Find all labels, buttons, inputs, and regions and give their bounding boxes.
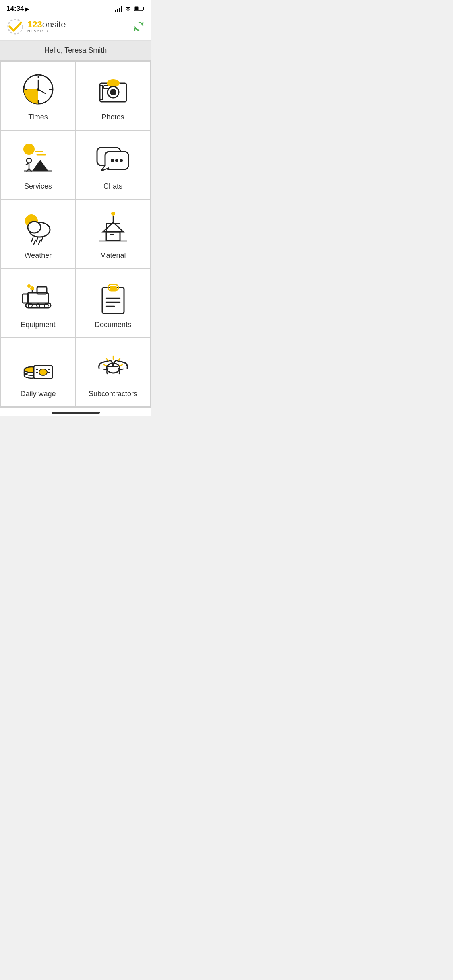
- subcontractors-icon: [95, 348, 131, 384]
- svg-line-36: [31, 238, 33, 242]
- documents-icon: [95, 279, 131, 315]
- refresh-button[interactable]: [133, 21, 145, 33]
- logo-subtitle: NEVARIS: [27, 29, 66, 33]
- svg-point-18: [23, 144, 35, 155]
- svg-rect-47: [106, 232, 120, 241]
- svg-point-30: [111, 159, 114, 162]
- svg-rect-17: [104, 86, 108, 89]
- refresh-icon: [133, 21, 145, 32]
- svg-point-52: [30, 286, 34, 290]
- svg-point-11: [37, 88, 39, 91]
- grid-item-equipment[interactable]: Equipment: [1, 269, 75, 337]
- grid-item-documents[interactable]: Documents: [76, 269, 150, 337]
- grid-item-chats[interactable]: Chats: [76, 131, 150, 199]
- svg-rect-60: [102, 288, 124, 313]
- grid-item-daily-wage[interactable]: Daily wage: [1, 338, 75, 406]
- svg-line-82: [120, 365, 122, 366]
- material-label: Material: [100, 251, 126, 260]
- daily-wage-label: Daily wage: [20, 390, 56, 398]
- logo-name: 123onsite: [27, 20, 66, 29]
- svg-point-16: [110, 89, 116, 95]
- wifi-icon: [124, 6, 132, 12]
- grid-item-services[interactable]: Services: [1, 131, 75, 199]
- svg-line-86: [120, 369, 123, 370]
- svg-line-38: [41, 238, 43, 242]
- weather-icon: [20, 210, 56, 246]
- services-icon: [20, 140, 56, 177]
- svg-point-53: [27, 284, 31, 288]
- grid-item-material[interactable]: Material: [76, 200, 150, 268]
- svg-point-32: [120, 159, 123, 162]
- photos-icon: [95, 71, 131, 107]
- photos-label: Photos: [101, 113, 124, 121]
- svg-line-85: [103, 369, 106, 370]
- chats-label: Chats: [103, 182, 122, 191]
- svg-rect-48: [110, 235, 114, 241]
- svg-point-23: [27, 158, 31, 163]
- home-bar: [52, 412, 100, 414]
- svg-line-84: [104, 365, 107, 366]
- svg-line-40: [39, 240, 40, 244]
- main-grid: Times Photos: [0, 60, 151, 408]
- status-time: 14:34: [6, 5, 24, 13]
- services-label: Services: [24, 182, 52, 191]
- svg-line-83: [106, 358, 108, 361]
- grid-item-photos[interactable]: Photos: [76, 62, 150, 130]
- logo-text: 123onsite NEVARIS: [27, 20, 66, 33]
- svg-point-41: [111, 212, 115, 216]
- documents-label: Documents: [95, 321, 131, 329]
- equipment-label: Equipment: [21, 321, 55, 329]
- signal-icon: [115, 6, 122, 12]
- times-label: Times: [28, 113, 48, 121]
- grid-item-subcontractors[interactable]: Subcontractors: [76, 338, 150, 406]
- svg-marker-22: [32, 160, 48, 171]
- subcontractors-label: Subcontractors: [89, 390, 137, 398]
- svg-rect-1: [143, 7, 145, 10]
- svg-rect-14: [100, 85, 102, 100]
- svg-rect-2: [135, 6, 139, 10]
- svg-line-39: [34, 240, 35, 244]
- svg-line-37: [36, 238, 38, 242]
- chats-icon: [95, 140, 131, 177]
- svg-line-81: [118, 358, 120, 361]
- location-icon: ▶: [25, 6, 29, 12]
- greeting-bar: Hello, Teresa Smith: [0, 41, 151, 60]
- status-bar: 14:34 ▶: [0, 0, 151, 15]
- svg-point-31: [115, 159, 118, 162]
- home-indicator: [0, 408, 151, 416]
- logo-icon: [6, 18, 27, 35]
- times-icon: [20, 71, 56, 107]
- svg-point-72: [39, 369, 47, 375]
- daily-wage-icon: [20, 348, 56, 384]
- equipment-icon: [20, 279, 56, 315]
- svg-point-35: [28, 222, 41, 233]
- app-header: 123onsite NEVARIS: [0, 15, 151, 41]
- grid-item-weather[interactable]: Weather: [1, 200, 75, 268]
- grid-item-times[interactable]: Times: [1, 62, 75, 130]
- status-icons: [115, 6, 145, 12]
- battery-icon: [134, 6, 145, 12]
- svg-rect-62: [110, 286, 117, 291]
- greeting-text: Hello, Teresa Smith: [44, 46, 107, 54]
- app-logo: 123onsite NEVARIS: [6, 18, 66, 35]
- material-icon: [95, 210, 131, 246]
- weather-label: Weather: [25, 251, 52, 260]
